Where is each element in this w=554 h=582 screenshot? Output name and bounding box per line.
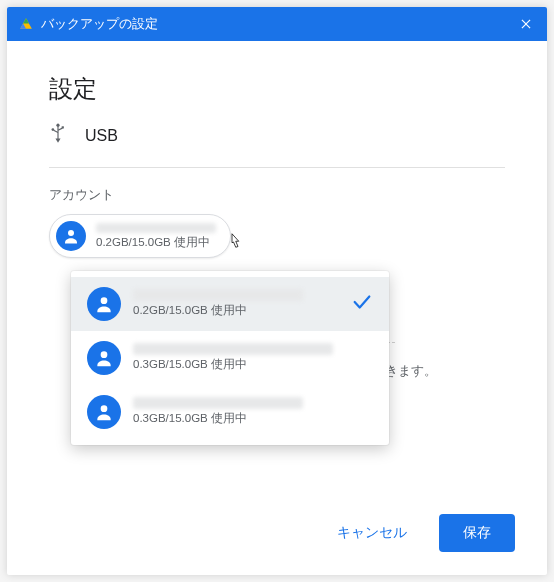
cancel-button[interactable]: キャンセル — [325, 516, 419, 550]
check-icon — [351, 291, 373, 317]
redacted-email — [133, 343, 333, 355]
dropdown-item[interactable]: 0.3GB/15.0GB 使用中 — [71, 385, 389, 439]
dropdown-item-text: 0.2GB/15.0GB 使用中 — [133, 289, 339, 319]
redacted-email — [96, 223, 216, 233]
dropdown-item[interactable]: 0.2GB/15.0GB 使用中 — [71, 277, 389, 331]
redacted-email — [133, 397, 303, 409]
titlebar: バックアップの設定 — [7, 7, 547, 41]
redacted-email — [133, 289, 303, 301]
svg-point-9 — [101, 405, 108, 412]
dropdown-item-text: 0.3GB/15.0GB 使用中 — [133, 343, 373, 373]
svg-point-5 — [52, 128, 55, 131]
titlebar-title: バックアップの設定 — [41, 15, 158, 33]
dropdown-item-usage: 0.2GB/15.0GB 使用中 — [133, 303, 339, 319]
pointer-cursor-icon — [226, 231, 244, 257]
dropdown-item-usage: 0.3GB/15.0GB 使用中 — [133, 411, 373, 427]
person-icon — [87, 395, 121, 429]
svg-point-7 — [101, 297, 108, 304]
account-selector[interactable]: 0.2GB/15.0GB 使用中 — [49, 214, 231, 258]
device-label: USB — [85, 127, 118, 145]
person-icon — [56, 221, 86, 251]
device-row: USB — [49, 123, 505, 149]
account-dropdown: 0.2GB/15.0GB 使用中 0.3GB/15.0GB 使用中 — [71, 271, 389, 445]
svg-point-6 — [68, 230, 74, 236]
close-icon[interactable] — [517, 15, 535, 33]
section-label: アカウント — [49, 186, 505, 204]
account-usage: 0.2GB/15.0GB 使用中 — [96, 235, 216, 249]
dropdown-item-text: 0.3GB/15.0GB 使用中 — [133, 397, 373, 427]
usb-icon — [49, 123, 67, 149]
app-logo-icon — [19, 17, 33, 31]
person-icon — [87, 341, 121, 375]
person-icon — [87, 287, 121, 321]
dropdown-item[interactable]: 0.3GB/15.0GB 使用中 — [71, 331, 389, 385]
svg-rect-4 — [62, 126, 64, 128]
page-title: 設定 — [49, 73, 505, 105]
dropdown-item-usage: 0.3GB/15.0GB 使用中 — [133, 357, 373, 373]
save-button[interactable]: 保存 — [439, 514, 515, 552]
footer: キャンセル 保存 — [7, 501, 547, 575]
dialog-window: バックアップの設定 設定 USB — [7, 7, 547, 575]
divider — [49, 167, 505, 168]
account-text: 0.2GB/15.0GB 使用中 — [96, 223, 216, 249]
svg-point-8 — [101, 351, 108, 358]
